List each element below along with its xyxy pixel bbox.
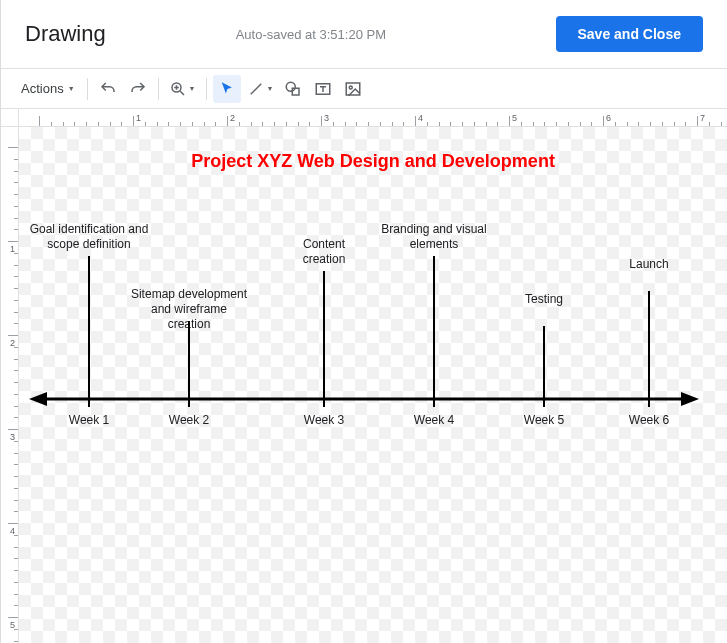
ruler-tick: [215, 122, 216, 126]
svg-line-1: [180, 91, 184, 95]
ruler-tick: [591, 122, 592, 126]
ruler-label: 4: [418, 113, 423, 123]
ruler-tick: [674, 122, 675, 126]
zoom-menu-button[interactable]: ▼: [165, 75, 200, 103]
ruler-tick: [192, 122, 193, 126]
ruler-tick: [415, 116, 416, 126]
ruler-tick: [627, 122, 628, 126]
redo-icon: [129, 80, 147, 98]
ruler-tick: [14, 488, 18, 489]
save-and-close-button[interactable]: Save and Close: [556, 16, 704, 52]
timeline-week-label[interactable]: Week 4: [414, 413, 454, 427]
ruler-tick: [121, 122, 122, 126]
svg-line-4: [250, 83, 261, 94]
toolbar: Actions ▼ ▼ ▼: [1, 69, 727, 109]
ruler-label: 2: [230, 113, 235, 123]
undo-icon: [99, 80, 117, 98]
dialog-title: Drawing: [25, 21, 106, 47]
ruler-label: 5: [10, 620, 15, 630]
timeline-week-label[interactable]: Week 2: [169, 413, 209, 427]
timeline-item-label[interactable]: Testing: [504, 292, 584, 307]
ruler-tick: [486, 122, 487, 126]
ruler-tick: [8, 523, 18, 524]
ruler-tick: [721, 122, 722, 126]
select-tool-button[interactable]: [213, 75, 241, 103]
ruler-label: 1: [136, 113, 141, 123]
timeline-item-label[interactable]: Goal identification and scope definition: [19, 222, 159, 252]
ruler-tick: [8, 335, 18, 336]
ruler-tick: [568, 122, 569, 126]
toolbar-separator: [206, 78, 207, 100]
line-tool-button[interactable]: ▼: [243, 75, 278, 103]
ruler-tick: [439, 122, 440, 126]
ruler-tick: [650, 122, 651, 126]
ruler-tick: [14, 323, 18, 324]
toolbar-separator: [158, 78, 159, 100]
ruler-tick: [227, 116, 228, 126]
ruler-tick: [14, 182, 18, 183]
ruler-tick: [14, 641, 18, 642]
timeline-item-label[interactable]: Content creation: [284, 237, 364, 267]
autosave-status: Auto-saved at 3:51:20 PM: [126, 27, 536, 42]
drawing-title-text[interactable]: Project XYZ Web Design and Development: [19, 151, 727, 172]
ruler-tick: [638, 122, 639, 126]
ruler-tick: [14, 382, 18, 383]
ruler-tick: [14, 558, 18, 559]
zoom-icon: [169, 80, 187, 98]
ruler-tick: [14, 288, 18, 289]
shape-tool-button[interactable]: [279, 75, 307, 103]
ruler-tick: [14, 300, 18, 301]
svg-marker-13: [29, 392, 47, 406]
redo-button[interactable]: [124, 75, 152, 103]
image-tool-button[interactable]: [339, 75, 367, 103]
ruler-tick: [14, 570, 18, 571]
ruler-tick: [450, 122, 451, 126]
chevron-down-icon: ▼: [189, 85, 196, 92]
ruler-tick: [14, 359, 18, 360]
ruler-tick: [392, 122, 393, 126]
timeline-week-label[interactable]: Week 3: [304, 413, 344, 427]
ruler-tick: [14, 159, 18, 160]
svg-point-5: [287, 82, 296, 91]
ruler-tick: [580, 122, 581, 126]
ruler-tick: [14, 547, 18, 548]
svg-rect-10: [347, 83, 361, 95]
ruler-tick: [509, 116, 510, 126]
ruler-tick: [462, 122, 463, 126]
ruler-tick: [603, 116, 604, 126]
undo-button[interactable]: [94, 75, 122, 103]
ruler-tick: [368, 122, 369, 126]
ruler-horizontal: 1234567: [19, 109, 727, 127]
timeline-week-label[interactable]: Week 1: [69, 413, 109, 427]
ruler-tick: [262, 122, 263, 126]
ruler-tick: [8, 429, 18, 430]
ruler-vertical: 12345: [1, 127, 19, 643]
ruler-tick: [251, 122, 252, 126]
ruler-tick: [110, 122, 111, 126]
ruler-tick: [321, 116, 322, 126]
timeline-item-label[interactable]: Branding and visual elements: [379, 222, 489, 252]
ruler-label: 1: [10, 244, 15, 254]
timeline-item-label[interactable]: Launch: [609, 257, 689, 272]
ruler-tick: [14, 464, 18, 465]
svg-marker-14: [681, 392, 699, 406]
actions-menu-button[interactable]: Actions ▼: [15, 75, 81, 103]
ruler-tick: [685, 122, 686, 126]
timeline-week-label[interactable]: Week 6: [629, 413, 669, 427]
ruler-tick: [556, 122, 557, 126]
ruler-tick: [133, 116, 134, 126]
ruler-tick: [51, 122, 52, 126]
ruler-tick: [204, 122, 205, 126]
ruler-tick: [157, 122, 158, 126]
ruler-label: 5: [512, 113, 517, 123]
timeline-week-label[interactable]: Week 5: [524, 413, 564, 427]
drawing-canvas[interactable]: Project XYZ Web Design and Development G…: [19, 127, 727, 643]
ruler-tick: [298, 122, 299, 126]
svg-point-11: [350, 86, 353, 89]
ruler-tick: [180, 122, 181, 126]
textbox-tool-button[interactable]: [309, 75, 337, 103]
ruler-tick: [8, 617, 18, 618]
ruler-tick: [63, 122, 64, 126]
ruler-tick: [14, 394, 18, 395]
timeline-item-label[interactable]: Sitemap development and wireframe creati…: [129, 287, 249, 332]
